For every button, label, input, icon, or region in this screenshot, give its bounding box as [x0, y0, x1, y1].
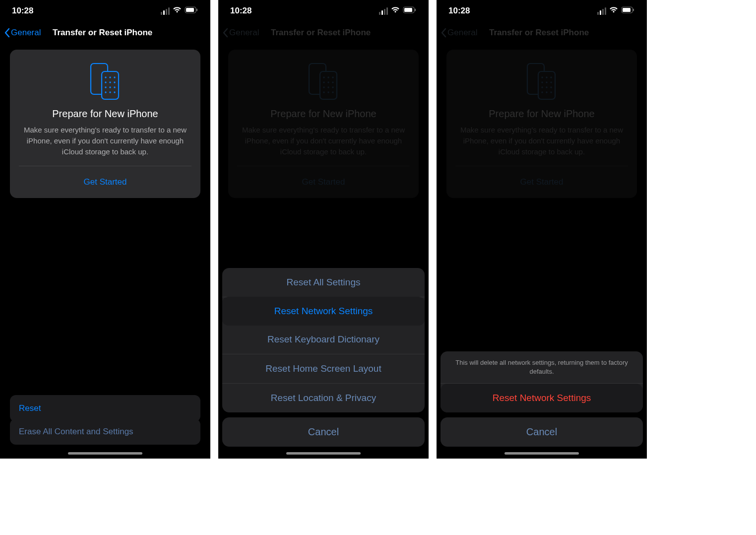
- status-bar: 10:28: [218, 0, 429, 22]
- reset-network-settings[interactable]: Reset Network Settings: [222, 297, 425, 326]
- status-time: 10:28: [448, 6, 597, 16]
- back-button[interactable]: General: [441, 28, 477, 38]
- svg-point-49: [546, 91, 547, 93]
- svg-point-22: [323, 76, 324, 78]
- nav-bar: General Transfer or Reset iPhone: [218, 22, 429, 44]
- nav-bar: General Transfer or Reset iPhone: [0, 22, 210, 44]
- status-time: 10:28: [12, 6, 161, 16]
- svg-point-39: [541, 76, 543, 78]
- svg-point-13: [114, 86, 115, 88]
- prepare-body: Make sure everything's ready to transfer…: [19, 125, 191, 157]
- svg-rect-19: [415, 9, 416, 11]
- wifi-icon: [391, 6, 400, 16]
- status-icons: [379, 6, 417, 16]
- phone-screen-1: 10:28 General Transfer or Reset iPhone: [0, 0, 210, 459]
- svg-point-12: [109, 86, 111, 88]
- nav-title: Transfer or Reset iPhone: [53, 28, 190, 38]
- chevron-left-icon: [222, 28, 228, 38]
- reset-options-group: Reset All Settings Reset Network Setting…: [222, 268, 425, 412]
- reset-keyboard-dictionary[interactable]: Reset Keyboard Dictionary: [222, 325, 425, 354]
- svg-point-15: [109, 91, 111, 93]
- svg-point-47: [550, 86, 552, 88]
- get-started-button[interactable]: Get Started: [237, 166, 410, 198]
- svg-point-27: [332, 81, 333, 83]
- chevron-left-icon: [4, 28, 10, 38]
- erase-all-row[interactable]: Erase All Content and Settings: [10, 419, 200, 445]
- svg-point-11: [105, 86, 106, 88]
- svg-point-9: [109, 81, 111, 83]
- home-indicator[interactable]: [68, 452, 142, 455]
- status-bar: 10:28: [437, 0, 647, 22]
- chevron-left-icon: [441, 28, 446, 38]
- svg-point-24: [332, 76, 333, 78]
- svg-rect-18: [404, 8, 412, 12]
- svg-point-10: [114, 81, 115, 83]
- home-indicator[interactable]: [504, 452, 579, 455]
- svg-point-44: [550, 81, 552, 83]
- svg-rect-21: [320, 71, 337, 99]
- svg-point-32: [327, 91, 329, 93]
- back-label: General: [11, 28, 41, 38]
- cellular-icon: [161, 7, 170, 15]
- prepare-body: Make sure everything's ready to transfer…: [455, 125, 628, 157]
- prepare-icon: [455, 60, 628, 108]
- svg-point-43: [546, 81, 547, 83]
- svg-point-23: [327, 76, 329, 78]
- bottom-options-list: Erase All Content and Settings: [10, 419, 200, 445]
- battery-icon: [403, 6, 417, 16]
- svg-point-7: [114, 76, 115, 78]
- svg-point-5: [105, 76, 106, 78]
- cancel-button[interactable]: Cancel: [441, 417, 643, 447]
- svg-point-48: [541, 91, 543, 93]
- svg-point-25: [323, 81, 324, 83]
- prepare-title: Prepare for New iPhone: [237, 108, 410, 120]
- prepare-title: Prepare for New iPhone: [455, 108, 628, 120]
- svg-rect-4: [102, 71, 119, 99]
- prepare-card: Prepare for New iPhone Make sure everyth…: [446, 50, 637, 198]
- phone-screen-2: 10:28 General Transfer or Reset iPhone: [218, 0, 429, 459]
- cancel-button[interactable]: Cancel: [222, 417, 425, 447]
- confirm-group: This will delete all network settings, r…: [441, 351, 643, 412]
- back-label: General: [229, 28, 259, 38]
- status-icons: [597, 6, 635, 16]
- screen-content: Prepare for New iPhone Make sure everyth…: [437, 44, 647, 204]
- reset-location-privacy[interactable]: Reset Location & Privacy: [222, 384, 425, 412]
- get-started-button[interactable]: Get Started: [455, 166, 628, 198]
- home-indicator[interactable]: [286, 452, 361, 455]
- nav-title: Transfer or Reset iPhone: [271, 28, 409, 38]
- confirm-reset-network-button[interactable]: Reset Network Settings: [441, 384, 643, 412]
- phone-screen-3: 10:28 General Transfer or Reset iPhone: [437, 0, 647, 459]
- back-label: General: [447, 28, 477, 38]
- svg-rect-2: [196, 9, 197, 11]
- svg-rect-35: [623, 8, 630, 12]
- svg-rect-36: [633, 9, 634, 11]
- back-button[interactable]: General: [4, 28, 41, 38]
- svg-rect-20: [309, 64, 326, 94]
- svg-point-46: [546, 86, 547, 88]
- prepare-icon: [237, 60, 410, 108]
- reset-row[interactable]: Reset: [10, 395, 200, 422]
- get-started-button[interactable]: Get Started: [19, 166, 191, 198]
- nav-title: Transfer or Reset iPhone: [489, 28, 627, 38]
- svg-rect-37: [527, 64, 544, 94]
- wifi-icon: [173, 6, 182, 16]
- prepare-icon: [19, 60, 191, 108]
- svg-rect-38: [538, 71, 555, 99]
- svg-point-30: [332, 86, 333, 88]
- status-icons: [161, 6, 198, 16]
- back-button[interactable]: General: [222, 28, 259, 38]
- reset-action-sheet: Reset All Settings Reset Network Setting…: [222, 268, 425, 447]
- svg-point-6: [109, 76, 111, 78]
- reset-home-screen-layout[interactable]: Reset Home Screen Layout: [222, 354, 425, 384]
- reset-all-settings[interactable]: Reset All Settings: [222, 268, 425, 297]
- status-bar: 10:28: [0, 0, 210, 22]
- cellular-icon: [379, 7, 388, 15]
- prepare-card: Prepare for New iPhone Make sure everyth…: [228, 50, 419, 198]
- svg-point-45: [541, 86, 543, 88]
- wifi-icon: [609, 6, 618, 16]
- screen-content: Prepare for New iPhone Make sure everyth…: [0, 44, 210, 204]
- nav-bar: General Transfer or Reset iPhone: [437, 22, 647, 44]
- svg-point-31: [323, 91, 324, 93]
- confirm-message: This will delete all network settings, r…: [441, 351, 643, 384]
- status-time: 10:28: [230, 6, 379, 16]
